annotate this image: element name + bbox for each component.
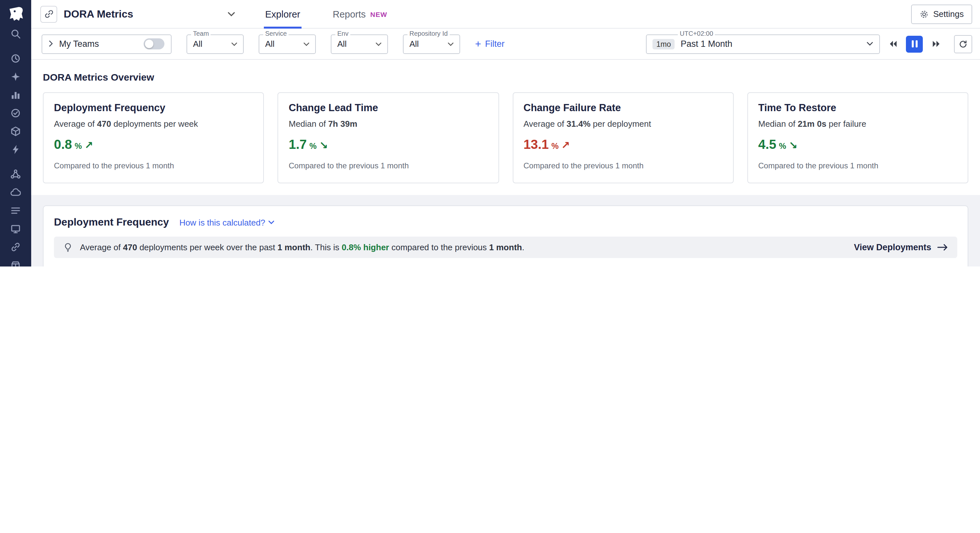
add-filter-button[interactable]: + Filter	[475, 39, 504, 49]
card-note: Compared to the previous 1 month	[289, 161, 488, 170]
gear-icon	[920, 10, 929, 19]
lightbulb-icon	[63, 242, 73, 252]
apm-icon[interactable]	[10, 144, 21, 155]
main-area: DORA Metrics ExplorerReportsNEW Settings…	[31, 0, 980, 266]
dropdown-value: All	[193, 39, 202, 49]
card-title: Time To Restore	[758, 102, 958, 114]
plus-icon: +	[475, 39, 481, 49]
dora-metrics-switcher[interactable]: DORA Metrics	[40, 6, 235, 22]
trend-arrow-icon: ↗	[561, 139, 570, 151]
metric-card-deployment-frequency: Deployment FrequencyAverage of 470 deplo…	[43, 92, 264, 183]
card-desc: Average of 31.4% per deployment	[523, 119, 723, 129]
how-calculated-link[interactable]: How is this calculated?	[179, 218, 274, 227]
dropdown-label: Service	[263, 30, 289, 37]
filter-dropdown-repository-id[interactable]: Repository IdAll	[403, 34, 460, 54]
header-tabs: ExplorerReportsNEW	[264, 0, 418, 28]
filter-dropdown-env[interactable]: EnvAll	[331, 34, 388, 54]
chevron-down-icon	[231, 42, 237, 46]
filter-bar: My Teams TeamAllServiceAllEnvAllReposito…	[31, 29, 980, 60]
overview-section: DORA Metrics Overview Deployment Frequen…	[31, 60, 980, 195]
filter-dropdown-team[interactable]: TeamAll	[186, 34, 244, 54]
chevron-down-icon[interactable]	[228, 11, 235, 17]
my-teams-toggle[interactable]	[144, 38, 164, 49]
card-title: Change Lead Time	[289, 102, 488, 114]
dropdown-label: Env	[335, 30, 350, 37]
dropdown-label: Team	[191, 30, 211, 37]
card-note: Compared to the previous 1 month	[758, 161, 958, 170]
arrow-right-icon	[937, 244, 948, 251]
tab-reports[interactable]: ReportsNEW	[331, 0, 389, 28]
chevron-down-icon	[448, 42, 453, 46]
chevron-right-icon	[49, 40, 53, 48]
metrics-icon[interactable]	[10, 90, 21, 100]
tab-label: Reports	[333, 9, 366, 19]
dropdown-label: Repository Id	[407, 30, 450, 37]
filter-dropdown-service[interactable]: ServiceAll	[259, 34, 316, 54]
card-change: 4.5%↘	[758, 137, 958, 152]
card-change: 1.7%↘	[289, 137, 488, 152]
dropdown-value: All	[337, 39, 347, 49]
summary-text: Average of 470 deployments per week over…	[80, 242, 847, 252]
infrastructure-icon[interactable]	[10, 126, 21, 137]
time-range-picker[interactable]: UTC+02:00 1mo Past 1 Month	[646, 34, 880, 54]
metric-card-time-to-restore: Time To RestoreMedian of 21m 0s per fail…	[747, 92, 969, 183]
search-icon[interactable]	[10, 29, 21, 39]
metric-card-change-failure-rate: Change Failure RateAverage of 31.4% per …	[512, 92, 734, 183]
chevron-down-icon	[866, 41, 873, 46]
panel-title: Deployment Frequency	[54, 216, 169, 228]
time-controls: UTC+02:00 1mo Past 1 Month	[646, 34, 972, 54]
cloud-icon[interactable]	[10, 187, 21, 197]
card-desc: Median of 21m 0s per failure	[758, 119, 958, 129]
add-filter-label: Filter	[485, 39, 504, 49]
history-icon[interactable]	[10, 53, 21, 64]
forward-button[interactable]	[929, 35, 943, 53]
top-header: DORA Metrics ExplorerReportsNEW Settings	[31, 0, 980, 29]
service-checks-icon[interactable]	[10, 108, 21, 118]
chevron-down-icon	[304, 42, 309, 46]
trend-arrow-icon: ↘	[319, 139, 328, 151]
metric-card-change-lead-time: Change Lead TimeMedian of 7h 39m1.7%↘Com…	[278, 92, 499, 183]
dora-metrics-app: ? Help DORA Metrics ExplorerReportsNEW	[0, 0, 980, 266]
trend-arrow-icon: ↗	[84, 139, 93, 151]
chevron-down-icon	[268, 220, 274, 224]
dashboards-icon[interactable]	[10, 224, 21, 234]
card-title: Change Failure Rate	[523, 102, 723, 114]
card-change: 0.8%↗	[54, 137, 253, 152]
logs-icon[interactable]	[10, 205, 21, 216]
my-teams-control[interactable]: My Teams	[41, 34, 172, 54]
dropdown-value: All	[409, 39, 419, 49]
dropdown-value: All	[265, 39, 275, 49]
timezone-label: UTC+02:00	[678, 30, 715, 37]
tab-explorer[interactable]: Explorer	[264, 0, 302, 28]
settings-button[interactable]: Settings	[911, 4, 972, 24]
time-range-value: Past 1 Month	[681, 39, 732, 49]
watchdog-icon[interactable]	[10, 72, 21, 82]
my-teams-label: My Teams	[59, 39, 99, 49]
card-desc: Average of 470 deployments per week	[54, 119, 253, 129]
service-map-icon[interactable]	[10, 169, 21, 180]
content-area: DORA Metrics Overview Deployment Frequen…	[31, 60, 980, 266]
packages-icon[interactable]	[10, 260, 21, 266]
card-title: Deployment Frequency	[54, 102, 253, 114]
ci-icon[interactable]	[10, 242, 21, 252]
filter-dropdowns: TeamAllServiceAllEnvAllRepository IdAll	[186, 34, 460, 54]
new-badge: NEW	[371, 10, 387, 18]
card-note: Compared to the previous 1 month	[54, 161, 253, 170]
sidebar: ? Help	[0, 0, 31, 266]
card-note: Compared to the previous 1 month	[523, 161, 723, 170]
deployment-frequency-panel: Deployment Frequency How is this calcula…	[43, 205, 968, 266]
overview-heading: DORA Metrics Overview	[43, 72, 968, 83]
rewind-button[interactable]	[886, 35, 900, 53]
view-deployments-link[interactable]: View Deployments	[854, 242, 948, 252]
summary-banner: Average of 470 deployments per week over…	[54, 237, 957, 258]
datadog-logo-icon[interactable]	[5, 4, 26, 25]
trend-arrow-icon: ↘	[789, 139, 797, 151]
settings-label: Settings	[933, 9, 964, 19]
chevron-down-icon	[375, 42, 382, 46]
metric-cards-row: Deployment FrequencyAverage of 470 deplo…	[43, 92, 968, 183]
pause-button[interactable]	[906, 35, 923, 53]
refresh-button[interactable]	[954, 35, 972, 53]
dora-product-icon	[40, 6, 57, 22]
card-desc: Median of 7h 39m	[289, 119, 488, 129]
time-range-chip: 1mo	[652, 39, 675, 49]
